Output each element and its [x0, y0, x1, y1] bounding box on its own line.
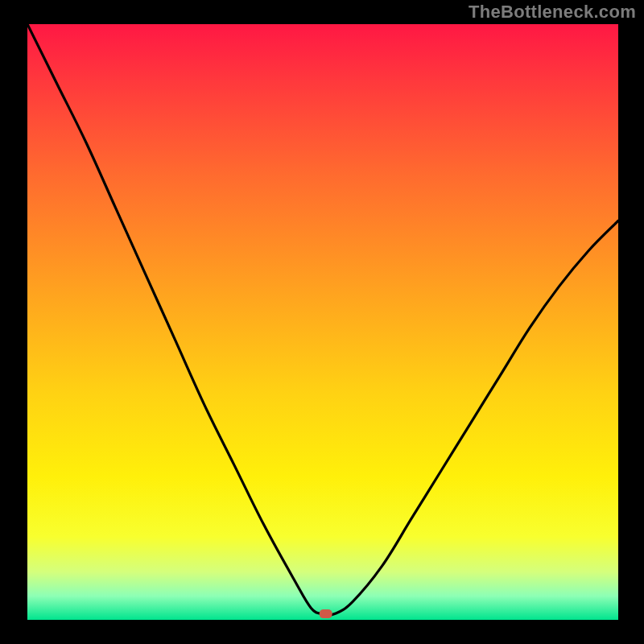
chart-frame: TheBottleneck.com — [0, 0, 644, 644]
watermark-text: TheBottleneck.com — [469, 2, 636, 23]
bottleneck-curve-plot — [27, 24, 618, 620]
plot-background — [27, 24, 618, 620]
bottleneck-marker — [320, 609, 332, 618]
